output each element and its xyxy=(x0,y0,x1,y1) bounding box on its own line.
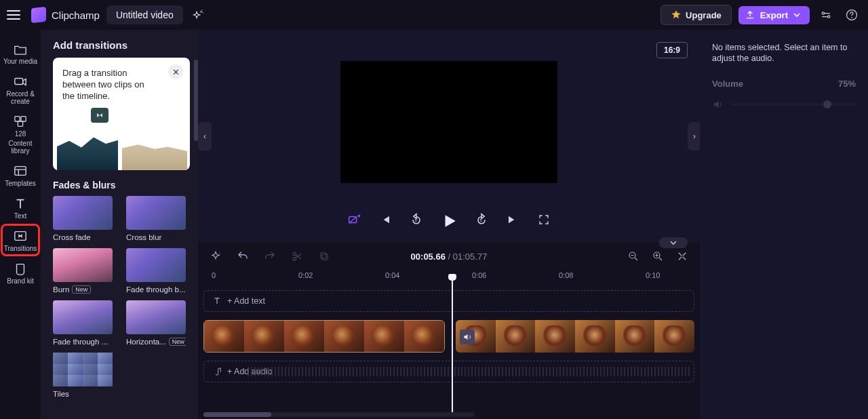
volume-label: Volume xyxy=(712,79,743,89)
playhead[interactable] xyxy=(452,279,453,416)
video-clip-1[interactable] xyxy=(203,320,445,353)
auto-enhance-icon[interactable] xyxy=(209,250,222,263)
svg-rect-5 xyxy=(15,78,23,84)
svg-text:5: 5 xyxy=(415,218,417,222)
svg-rect-8 xyxy=(18,121,22,126)
svg-rect-17 xyxy=(321,253,326,258)
video-clip-2[interactable] xyxy=(456,320,694,353)
panel-collapse-left-icon[interactable]: ‹ xyxy=(198,122,212,151)
video-track[interactable] xyxy=(203,320,694,353)
zoom-in-icon[interactable] xyxy=(651,250,665,263)
magic-icon[interactable] xyxy=(346,212,362,228)
scissors-icon xyxy=(290,250,304,263)
sparkle-icon[interactable] xyxy=(190,7,205,22)
top-bar: Clipchamp Untitled video Upgrade Export xyxy=(0,0,868,30)
section-fades-blurs: Fades & blurs xyxy=(53,180,190,191)
timeline-collapse-icon[interactable] xyxy=(659,237,688,248)
volume-value: 75% xyxy=(838,79,856,89)
fullscreen-icon[interactable] xyxy=(536,212,552,228)
nav-content-library[interactable]: 128 Content library xyxy=(2,111,39,157)
properties-panel: No items selected. Select an item to adj… xyxy=(700,30,868,419)
app-name: Clipchamp xyxy=(52,9,100,21)
transition-cross-blur[interactable]: Cross blur xyxy=(126,196,186,241)
app-logo: Clipchamp xyxy=(31,7,100,22)
transition-horizontal[interactable]: Horizonta...New xyxy=(126,300,186,346)
settings-icon[interactable] xyxy=(816,5,835,24)
nav-text[interactable]: Text xyxy=(2,193,39,222)
volume-slider[interactable] xyxy=(712,98,856,111)
help-icon[interactable] xyxy=(842,5,861,24)
play-icon[interactable] xyxy=(439,212,458,231)
panel-title: Add transitions xyxy=(53,39,190,51)
transition-fade-through-b[interactable]: Fade through b... xyxy=(126,248,186,294)
new-badge: New xyxy=(72,285,91,294)
zoom-out-icon[interactable] xyxy=(627,250,640,263)
timeline-tracks: + Add text + Add audio xyxy=(198,285,700,396)
nav-templates[interactable]: Templates xyxy=(2,160,39,190)
tip-illustration xyxy=(53,116,190,170)
svg-point-1 xyxy=(822,12,824,14)
transition-tiles[interactable]: Tiles xyxy=(53,353,113,398)
svg-rect-6 xyxy=(15,117,20,121)
redo-icon xyxy=(263,250,277,263)
nav-your-media[interactable]: Your media xyxy=(2,38,39,68)
nav-brand-kit[interactable]: Brand kit xyxy=(2,258,39,287)
skip-end-icon[interactable] xyxy=(505,212,521,228)
upgrade-button[interactable]: Upgrade xyxy=(660,5,732,25)
aspect-ratio-button[interactable]: 16:9 xyxy=(656,42,688,58)
timeline-toolbar: 00:05.66 / 01:05.77 xyxy=(198,243,700,270)
svg-rect-16 xyxy=(322,254,328,260)
svg-point-4 xyxy=(851,17,852,18)
close-icon[interactable]: ✕ xyxy=(168,64,183,79)
timeline-hscroll[interactable] xyxy=(203,412,475,417)
svg-rect-7 xyxy=(21,117,26,121)
audio-waveform xyxy=(248,367,690,376)
panel-collapse-right-icon[interactable]: › xyxy=(688,122,701,151)
forward-icon[interactable]: 5 xyxy=(473,212,490,228)
copy-icon xyxy=(317,250,331,263)
chevron-down-icon xyxy=(793,12,800,18)
speaker-icon xyxy=(712,98,724,111)
no-selection-message: No items selected. Select an item to adj… xyxy=(712,42,856,64)
zoom-fit-icon[interactable] xyxy=(675,250,689,263)
music-note-icon xyxy=(212,367,222,376)
menu-icon[interactable] xyxy=(3,4,24,26)
nav-transitions[interactable]: Transitions xyxy=(2,225,39,255)
transport-controls: 5 5 xyxy=(198,212,700,231)
rewind-icon[interactable]: 5 xyxy=(408,212,425,228)
skip-start-icon[interactable] xyxy=(377,212,393,228)
svg-point-0 xyxy=(200,11,201,12)
tip-card: Drag a transition between two clips on t… xyxy=(53,58,190,170)
project-title[interactable]: Untitled video xyxy=(106,5,183,24)
svg-point-2 xyxy=(828,16,830,18)
undo-icon[interactable] xyxy=(236,250,250,263)
video-canvas[interactable] xyxy=(340,61,557,183)
tip-text: Drag a transition between two clips on t… xyxy=(62,67,157,102)
transition-fade-through[interactable]: Fade through ... xyxy=(53,300,113,346)
svg-text:5: 5 xyxy=(480,218,482,222)
timeline-time: 00:05.66 / 01:05.77 xyxy=(411,252,488,262)
text-track[interactable]: + Add text xyxy=(203,290,694,312)
clipchamp-logo-icon xyxy=(31,7,46,23)
clip-mute-icon[interactable] xyxy=(460,330,475,344)
timeline: 00:05.66 / 01:05.77 0 0:02 0:04 0:06 0:0… xyxy=(198,243,700,419)
new-badge: New xyxy=(169,338,186,346)
left-nav: Your media Record & create 128 Content l… xyxy=(0,30,41,419)
nav-record-create[interactable]: Record & create xyxy=(2,71,39,108)
transition-burn[interactable]: BurnNew xyxy=(53,248,113,294)
audio-track[interactable]: + Add audio xyxy=(203,361,694,382)
transitions-panel: Add transitions Drag a transition betwee… xyxy=(41,30,198,419)
transition-cross-fade[interactable]: Cross fade xyxy=(53,196,113,241)
preview-stage: ‹ › 16:9 5 5 xyxy=(198,30,700,243)
export-button[interactable]: Export xyxy=(738,6,810,24)
svg-rect-9 xyxy=(15,167,26,176)
text-icon xyxy=(212,296,222,306)
